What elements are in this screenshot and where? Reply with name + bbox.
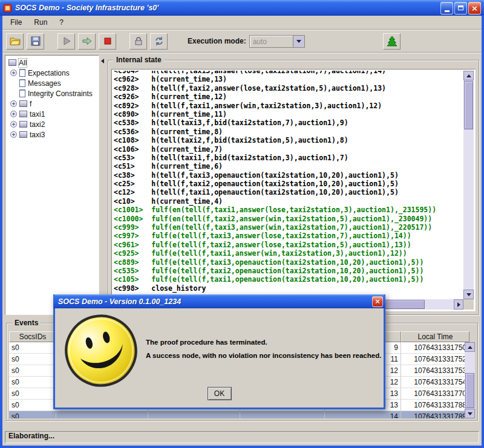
execution-mode-select[interactable]: auto — [249, 35, 305, 48]
dialog: SOCS Demo - Version 0.1.00_1234 × — [53, 294, 385, 409]
console-line: <c926> h(current_time,12) — [114, 93, 463, 101]
events-row[interactable]: s0141076431331789 — [9, 411, 465, 418]
internal-state-border: <c964> h(tell(f,taxi3,answer(lose,taxi2s… — [108, 60, 479, 315]
console-line: <c538> h(tell(taxi3,f,bid(taxi2station,7… — [114, 118, 463, 127]
events-cell: 1076431331752 — [401, 354, 465, 365]
console-line: <c105> fulf(e(tell(f,taxi1,openauction(t… — [114, 275, 463, 284]
maximize-button[interactable] — [454, 2, 467, 15]
close-button[interactable]: × — [468, 2, 481, 15]
events-cell: 1076431331750 — [401, 342, 465, 354]
open-button[interactable] — [6, 33, 24, 50]
step-button[interactable] — [78, 33, 96, 50]
minimize-button[interactable] — [440, 2, 453, 15]
titlebar[interactable]: SOCS Demo - Society Infrastructure 's0' … — [0, 0, 484, 16]
scroll-up-icon[interactable] — [465, 342, 475, 352]
scroll-down-icon[interactable] — [463, 290, 474, 299]
tree-item-f[interactable]: +f — [5, 99, 99, 109]
dialog-titlebar[interactable]: SOCS Demo - Version 0.1.00_1234 × — [53, 294, 385, 308]
minimize-icon — [445, 10, 450, 12]
scrollbar-thumb[interactable] — [464, 81, 473, 129]
console-line: <c928> h(tell(f,taxi2,answer(lose,taxi2s… — [114, 84, 463, 93]
stop-icon — [102, 36, 113, 47]
tree-toggle-icon[interactable]: + — [10, 111, 17, 117]
console-line: <c535> fulf(e(tell(f,taxi2,openauction(t… — [114, 267, 463, 275]
menu-help[interactable]: ? — [54, 16, 69, 28]
events-column-header[interactable]: SocsIDs — [9, 331, 56, 342]
execution-mode-value: auto — [250, 36, 293, 47]
scrollbar-thumb[interactable] — [465, 373, 474, 408]
console-line: <c53> h(tell(taxi1,f,bid(taxi2station,3)… — [114, 154, 463, 162]
tree-item-label: Integrity Constraints — [28, 89, 93, 98]
play-icon — [61, 36, 72, 47]
internal-state-panel: Internal state <c964> h(tell(f,taxi3,ans… — [108, 55, 479, 315]
tree-toggle-icon[interactable]: + — [10, 100, 17, 107]
console-line: <c999> fulf(en(tell(f,taxi3,answer(win,t… — [114, 223, 463, 232]
menubar: File Run ? — [2, 16, 482, 30]
tree-item-messages[interactable]: Messages — [5, 78, 99, 88]
events-column-header[interactable]: Local Time — [401, 331, 469, 342]
stop-button[interactable] — [99, 33, 116, 50]
console-line: <c925> fulf(e(tell(f,taxi1,answer(win,ta… — [114, 249, 463, 258]
console-line: <c25> h(tell(f,taxi2,openauction(taxi2st… — [114, 180, 463, 188]
cube-icon — [19, 111, 27, 117]
console-line: <c964> h(tell(f,taxi3,answer(lose,taxi2s… — [114, 71, 463, 75]
collapse-left-icon[interactable] — [101, 59, 104, 63]
events-cell — [56, 411, 148, 418]
lock-button[interactable] — [129, 33, 147, 50]
console-line: <c10> h(current_time,4) — [114, 197, 463, 206]
internal-state-text[interactable]: <c964> h(tell(f,taxi3,answer(lose,taxi2s… — [114, 71, 463, 299]
console-line: <c108> h(tell(taxi2,f,bid(taxi2station,5… — [114, 136, 463, 144]
events-cell: s0 — [9, 365, 56, 377]
tree-item-all[interactable]: All — [5, 57, 99, 68]
tree-item-taxi3[interactable]: +taxi3 — [5, 129, 99, 140]
scroll-right-icon[interactable] — [454, 299, 463, 310]
page-icon — [19, 69, 25, 77]
menu-file[interactable]: File — [5, 16, 27, 28]
events-scrollbar[interactable] — [465, 342, 475, 418]
events-cell: s0 — [9, 377, 56, 388]
tree-item-taxi1[interactable]: +taxi1 — [5, 109, 99, 119]
menu-run[interactable]: Run — [28, 16, 53, 28]
dialog-message-line1: The proof procedure has terminated. — [146, 336, 381, 349]
scroll-down-icon[interactable] — [465, 409, 475, 418]
chevron-down-icon[interactable] — [293, 36, 304, 47]
console-line: <c997> fulf(e(tell(f,taxi3,answer(lose,t… — [114, 232, 463, 240]
run-society-button[interactable] — [383, 33, 401, 50]
console-line: <c1001> fulf(en(tell(f,taxi1,answer(lose… — [114, 206, 463, 214]
vertical-scrollbar[interactable] — [463, 71, 474, 299]
dialog-close-button[interactable]: × — [372, 296, 383, 307]
tree-item-label: taxi1 — [30, 110, 45, 118]
console-line: <c12> h(tell(f,taxi1,openauction(taxi2st… — [114, 188, 463, 196]
tree-toggle-icon[interactable]: + — [10, 131, 17, 138]
play-button[interactable] — [57, 33, 75, 50]
scroll-up-icon[interactable] — [463, 71, 474, 80]
society-tree[interactable]: All+ExpectationsMessagesIntegrity Constr… — [5, 55, 99, 315]
folder-open-icon — [10, 36, 21, 47]
smiley-icon — [62, 312, 140, 389]
console-line: <c998> close_history — [114, 284, 463, 293]
dialog-message-line2: A success node, with no violation nor in… — [146, 349, 381, 363]
save-button[interactable] — [27, 33, 44, 50]
tree-item-integrity-constraints[interactable]: Integrity Constraints — [5, 88, 99, 99]
events-cell: 1076431331754 — [401, 377, 465, 388]
console-line: <c51> h(current_time,6) — [114, 162, 463, 170]
close-icon: × — [471, 4, 478, 12]
tree-item-taxi2[interactable]: +taxi2 — [5, 119, 99, 129]
split-divider[interactable] — [100, 54, 106, 316]
save-icon — [30, 36, 41, 47]
events-cell: s0 — [9, 388, 56, 400]
tree-item-expectations[interactable]: +Expectations — [5, 68, 99, 78]
refresh-button[interactable] — [150, 33, 168, 50]
tree-item-label: Expectations — [28, 69, 70, 77]
tree-toggle-icon[interactable]: + — [10, 121, 17, 128]
console-line: <c961> fulf(e(tell(f,taxi2,answer(lose,t… — [114, 241, 463, 249]
tree-toggle-icon[interactable]: + — [10, 70, 17, 76]
tree-item-label: All — [19, 59, 27, 67]
app-window: SOCS Demo - Society Infrastructure 's0' … — [0, 0, 484, 448]
tree-item-label: Messages — [28, 79, 61, 88]
console-line: <c1000> fulf(en(tell(f,taxi2,answer(win,… — [114, 215, 463, 223]
events-title: Events — [12, 319, 41, 327]
events-cell: 1076431331770 — [401, 388, 465, 400]
events-cell: 1076431331788 — [401, 400, 465, 411]
ok-button[interactable]: OK — [208, 387, 232, 400]
